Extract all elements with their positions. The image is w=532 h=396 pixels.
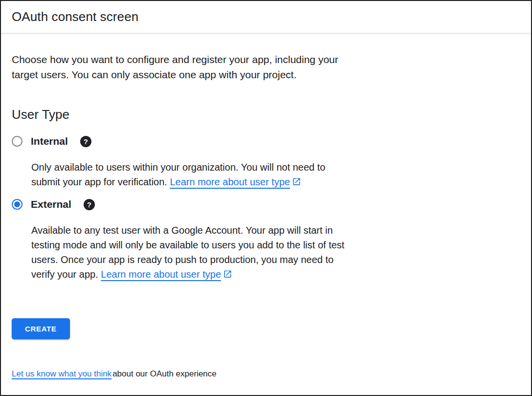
radio-internal-label[interactable]: Internal [31,135,68,147]
feedback-footer: Let us know what you thinkabout our OAut… [12,369,520,379]
user-type-option-internal: Internal ? [12,135,520,147]
user-type-option-external: External ? [12,198,520,210]
user-type-heading: User Type [12,107,520,122]
learn-more-link-external[interactable]: Learn more about user type [101,269,232,280]
feedback-link[interactable]: Let us know what you think [12,369,112,378]
radio-external[interactable] [12,199,22,210]
intro-text: Choose how you want to configure and reg… [12,52,520,82]
radio-internal[interactable] [12,136,22,147]
learn-more-link-label: Learn more about user type [170,176,290,187]
learn-more-link-internal[interactable]: Learn more about user type [170,176,301,187]
page-header: OAuth consent screen [1,1,531,34]
create-button[interactable]: CREATE [12,318,70,339]
help-icon[interactable]: ? [80,136,91,147]
feedback-text: about our OAuth experience [112,369,217,378]
open-in-new-icon [223,268,232,283]
radio-external-label[interactable]: External [31,198,71,210]
oauth-consent-panel: OAuth consent screen Choose how you want… [0,0,532,396]
internal-description: Only available to users within your orga… [31,160,403,190]
page-content: Choose how you want to configure and reg… [1,34,531,379]
open-in-new-icon [292,176,301,190]
learn-more-link-label: Learn more about user type [101,269,221,280]
page-title: OAuth consent screen [12,9,138,24]
external-description: Available to any test user with a Google… [31,223,403,283]
help-icon[interactable]: ? [84,199,95,210]
